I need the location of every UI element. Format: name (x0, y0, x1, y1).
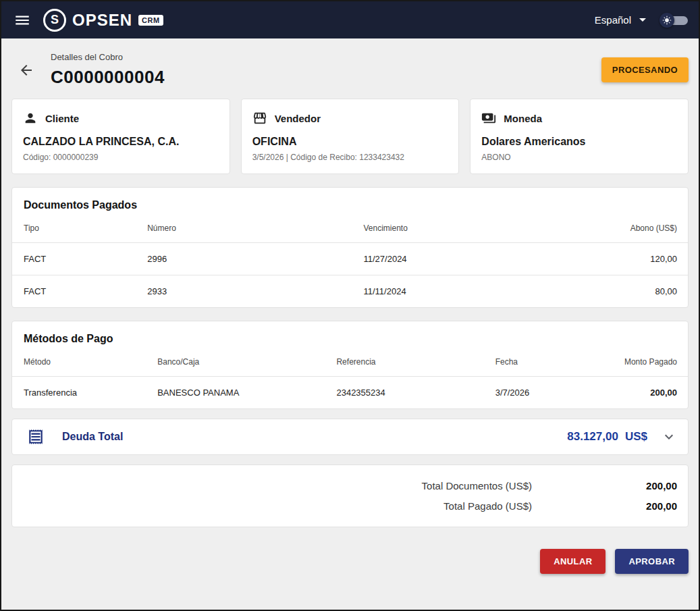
card-head: Vendedor (252, 111, 448, 126)
doc-amount: 80,00 (580, 275, 688, 308)
approve-button[interactable]: APROBAR (615, 549, 689, 574)
total-documents-value: 200,00 (532, 480, 677, 492)
navbar-right: Español (595, 13, 688, 28)
card-title: Vendedor (275, 113, 321, 124)
payment-amount: 200,00 (587, 377, 688, 409)
brand-logo: S OPSEN CRM (43, 9, 163, 32)
payment-methods-title: Métodos de Pago (12, 321, 688, 352)
status-badge[interactable]: PROCESANDO (601, 57, 689, 82)
doc-due-date: 11/27/2024 (364, 243, 580, 275)
title-block: Detalles del Cobro C0000000004 (51, 52, 165, 88)
payment-bank: BANESCO PANAMA (157, 377, 336, 409)
doc-amount: 120,00 (580, 243, 688, 275)
column-header: Número (147, 218, 363, 243)
column-header: Monto Pagado (587, 352, 688, 377)
storefront-icon (252, 111, 267, 126)
doc-number: 2996 (147, 243, 363, 275)
client-card: Cliente CALZADO LA PRINCESA, C.A. Código… (11, 99, 230, 174)
doc-due-date: 11/11/2024 (364, 275, 580, 308)
back-button[interactable] (11, 55, 41, 85)
currency-name: Dolares Americanos (481, 136, 677, 148)
doc-type: FACT (12, 275, 147, 308)
doc-number: 2933 (147, 275, 363, 308)
cancel-button[interactable]: ANULAR (540, 549, 605, 574)
debt-total-accordion[interactable]: Deuda Total 83.127,00 US$ (11, 419, 689, 455)
totals-row: Total Documentos (US$) 200,00 (23, 480, 677, 492)
person-icon (23, 111, 38, 126)
arrow-back-icon (18, 62, 34, 78)
chevron-down-icon[interactable] (661, 429, 677, 445)
table-row: FACT 2933 11/11/2024 80,00 (12, 275, 688, 308)
app-window: S OPSEN CRM Español Detalles del C (0, 0, 700, 611)
top-navbar: S OPSEN CRM Español (1, 1, 699, 38)
client-name: CALZADO LA PRINCESA, C.A. (23, 136, 219, 148)
payment-reference: 2342355234 (336, 377, 495, 409)
page-title: C0000000004 (51, 67, 165, 88)
info-cards-row: Cliente CALZADO LA PRINCESA, C.A. Código… (11, 99, 689, 174)
totals-summary-card: Total Documentos (US$) 200,00 Total Paga… (11, 464, 689, 527)
table-row: Transferencia BANESCO PANAMA 2342355234 … (12, 377, 688, 409)
payments-icon (481, 111, 496, 126)
payment-method: Transferencia (12, 377, 157, 409)
sun-icon (662, 16, 672, 25)
column-header: Fecha (495, 352, 587, 377)
main-content: Detalles del Cobro C0000000004 PROCESAND… (1, 38, 699, 610)
language-label: Español (595, 14, 631, 26)
brand-badge: CRM (138, 15, 163, 26)
payment-methods-panel: Métodos de Pago Método Banco/Caja Refere… (11, 321, 689, 409)
column-header: Banco/Caja (157, 352, 336, 377)
documents-title: Documentos Pagados (12, 188, 688, 218)
page-subtitle: Detalles del Cobro (51, 52, 165, 62)
brand-name: OPSEN (72, 11, 132, 30)
debt-total-amount: 83.127,00 US$ (567, 430, 647, 444)
table-row: FACT 2996 11/27/2024 120,00 (12, 243, 688, 275)
actions-row: ANULAR APROBAR (11, 549, 689, 574)
total-paid-value: 200,00 (532, 500, 677, 512)
currency-card: Moneda Dolares Americanos ABONO (470, 99, 689, 174)
debt-amount-currency: US$ (625, 430, 647, 444)
debt-amount-value: 83.127,00 (567, 430, 618, 444)
column-header: Tipo (12, 218, 147, 243)
card-title: Cliente (45, 113, 79, 124)
language-selector[interactable]: Español (595, 14, 646, 26)
card-head: Cliente (23, 111, 219, 126)
column-header: Abono (US$) (580, 218, 688, 243)
dropdown-arrow-icon (639, 18, 646, 22)
documents-panel: Documentos Pagados Tipo Número Vencimien… (11, 187, 689, 308)
debt-total-label: Deuda Total (62, 431, 123, 443)
doc-type: FACT (12, 243, 147, 275)
payment-methods-table: Método Banco/Caja Referencia Fecha Monto… (12, 352, 688, 408)
receipt-icon (27, 428, 45, 446)
column-header: Vencimiento (364, 218, 580, 243)
card-title: Moneda (504, 113, 542, 124)
toggle-knob (659, 13, 674, 28)
vendor-name: OFICINA (252, 136, 448, 148)
payment-methods-header-row: Método Banco/Caja Referencia Fecha Monto… (12, 352, 688, 377)
opsen-logo-icon: S (43, 9, 66, 32)
total-documents-label: Total Documentos (US$) (422, 480, 532, 492)
vendor-card: Vendedor OFICINA 3/5/2026 | Código de Re… (241, 99, 460, 174)
client-code: Código: 0000000239 (23, 153, 219, 162)
payment-type: ABONO (481, 153, 677, 162)
theme-toggle[interactable] (659, 13, 688, 28)
column-header: Referencia (336, 352, 495, 377)
vendor-details: 3/5/2026 | Código de Recibo: 1233423432 (252, 153, 448, 162)
page-header: Detalles del Cobro C0000000004 PROCESAND… (11, 38, 689, 99)
payment-date: 3/7/2026 (495, 377, 587, 409)
column-header: Método (12, 352, 157, 377)
hamburger-icon (14, 11, 31, 29)
documents-header-row: Tipo Número Vencimiento Abono (US$) (12, 218, 688, 243)
menu-button[interactable] (12, 10, 32, 30)
total-paid-label: Total Pagado (US$) (443, 500, 532, 512)
card-head: Moneda (481, 111, 677, 126)
documents-table: Tipo Número Vencimiento Abono (US$) FACT… (12, 218, 688, 307)
totals-row: Total Pagado (US$) 200,00 (23, 500, 677, 512)
